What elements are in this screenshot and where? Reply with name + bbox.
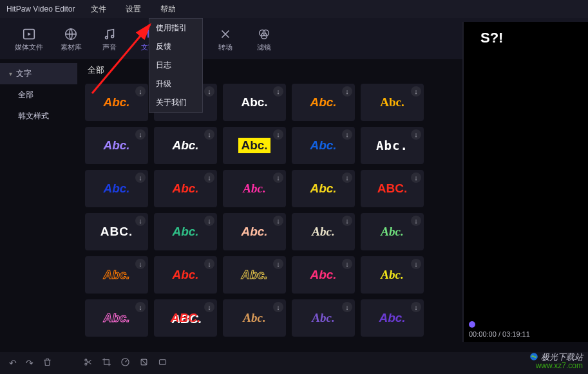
download-icon[interactable]: ↓ bbox=[411, 216, 421, 226]
text-style-tile[interactable]: Abc.↓ bbox=[292, 256, 355, 294]
sidebar-item-text[interactable]: ▾ 文字 bbox=[0, 63, 77, 84]
download-icon[interactable]: ↓ bbox=[273, 216, 283, 226]
text-style-tile[interactable]: ABC.↓ bbox=[85, 213, 148, 250]
tool-media[interactable]: 媒体文件 bbox=[6, 18, 52, 59]
style-preview-text: Abc. bbox=[310, 268, 336, 282]
text-style-tile[interactable]: Abc.↓ bbox=[223, 127, 286, 164]
text-style-tile[interactable]: Abc.↓ bbox=[292, 84, 355, 121]
download-icon[interactable]: ↓ bbox=[135, 216, 146, 226]
redo-icon[interactable]: ↷ bbox=[26, 358, 33, 368]
flip-icon[interactable] bbox=[158, 357, 167, 369]
rotate-icon[interactable] bbox=[139, 357, 149, 369]
title-bar: HitPaw Video Editor 文件 设置 帮助 bbox=[0, 0, 588, 18]
text-style-tile[interactable]: Abc.↓ bbox=[85, 127, 148, 164]
text-style-tile[interactable]: ABC.↓ bbox=[154, 299, 217, 337]
time-total: 03:19:11 bbox=[502, 330, 530, 338]
download-icon[interactable]: ↓ bbox=[204, 259, 214, 269]
menu-settings[interactable]: 设置 bbox=[122, 3, 145, 16]
text-style-tile[interactable]: Abc.↓ bbox=[292, 213, 355, 250]
download-icon[interactable]: ↓ bbox=[273, 129, 283, 140]
crop-icon[interactable] bbox=[102, 357, 111, 369]
download-icon[interactable]: ↓ bbox=[204, 302, 214, 312]
text-style-tile[interactable]: Abc.↓ bbox=[85, 84, 148, 121]
sidebar-item-all[interactable]: 全部 bbox=[0, 84, 77, 106]
text-style-tile[interactable]: Abc.↓ bbox=[361, 299, 424, 337]
menu-help[interactable]: 帮助 bbox=[156, 3, 180, 16]
text-style-tile[interactable]: Abc.↓ bbox=[85, 256, 148, 294]
style-preview-text: Abc. bbox=[243, 182, 265, 196]
tool-library[interactable]: 素材库 bbox=[52, 18, 90, 59]
watermark: 极光下载站 www.xz7.com bbox=[529, 352, 583, 370]
text-style-tile[interactable]: Abc.↓ bbox=[85, 170, 148, 207]
download-icon[interactable]: ↓ bbox=[273, 173, 283, 183]
globe-icon bbox=[64, 26, 78, 42]
sidebar: ▾ 文字 全部 韩文样式 bbox=[0, 59, 77, 342]
download-icon[interactable]: ↓ bbox=[204, 129, 214, 140]
download-icon[interactable]: ↓ bbox=[411, 173, 421, 183]
download-icon[interactable]: ↓ bbox=[204, 216, 214, 226]
menu-file[interactable]: 文件 bbox=[87, 3, 110, 16]
help-item-upgrade[interactable]: 升级 bbox=[149, 75, 202, 93]
download-icon[interactable]: ↓ bbox=[273, 302, 283, 312]
text-style-tile[interactable]: Abc.↓ bbox=[154, 170, 217, 207]
download-icon[interactable]: ↓ bbox=[135, 173, 146, 183]
text-style-tile[interactable]: Abc.↓ bbox=[292, 170, 355, 207]
download-icon[interactable]: ↓ bbox=[204, 173, 214, 183]
tool-transition[interactable]: 转场 bbox=[206, 18, 245, 59]
help-item-guide[interactable]: 使用指引 bbox=[149, 19, 202, 37]
text-style-tile[interactable]: Abc.↓ bbox=[223, 299, 286, 337]
text-style-tile[interactable]: Abc.↓ bbox=[154, 256, 217, 294]
preview-scrubber[interactable] bbox=[469, 323, 583, 326]
download-icon[interactable]: ↓ bbox=[273, 86, 283, 97]
text-style-tile[interactable]: Abc.↓ bbox=[361, 84, 424, 121]
text-style-tile[interactable]: Abc.↓ bbox=[223, 170, 286, 207]
download-icon[interactable]: ↓ bbox=[342, 216, 352, 226]
text-style-tile[interactable]: Abc.↓ bbox=[223, 213, 286, 250]
download-icon[interactable]: ↓ bbox=[204, 86, 214, 97]
download-icon[interactable]: ↓ bbox=[273, 259, 283, 269]
tool-audio[interactable]: 声音 bbox=[90, 18, 129, 59]
text-style-tile[interactable]: Abc.↓ bbox=[223, 84, 286, 121]
text-style-tile[interactable]: Abc.↓ bbox=[361, 213, 424, 250]
download-icon[interactable]: ↓ bbox=[342, 129, 352, 140]
download-icon[interactable]: ↓ bbox=[135, 302, 146, 312]
download-icon[interactable]: ↓ bbox=[411, 259, 421, 269]
download-icon[interactable]: ↓ bbox=[411, 129, 421, 140]
style-preview-text: Abc. bbox=[381, 225, 403, 239]
help-item-feedback[interactable]: 反馈 bbox=[149, 37, 202, 56]
text-style-tile[interactable]: Abc.↓ bbox=[292, 127, 355, 164]
tool-library-label: 素材库 bbox=[61, 42, 82, 52]
text-style-tile[interactable]: Abc.↓ bbox=[154, 127, 217, 164]
download-icon[interactable]: ↓ bbox=[135, 86, 146, 97]
download-icon[interactable]: ↓ bbox=[135, 129, 146, 140]
style-preview-text: Abc. bbox=[241, 95, 267, 109]
undo-icon[interactable]: ↶ bbox=[9, 358, 17, 368]
sidebar-item-label: 文字 bbox=[16, 68, 32, 79]
style-preview-text: Abc. bbox=[381, 268, 403, 282]
download-icon[interactable]: ↓ bbox=[411, 86, 421, 97]
download-icon[interactable]: ↓ bbox=[342, 259, 352, 269]
text-style-tile[interactable]: ABC.↓ bbox=[361, 170, 424, 207]
sidebar-item-label: 全部 bbox=[18, 89, 33, 100]
trash-icon[interactable] bbox=[43, 357, 52, 369]
download-icon[interactable]: ↓ bbox=[411, 302, 421, 312]
cut-icon[interactable] bbox=[83, 357, 93, 369]
style-preview-text: Abc. bbox=[103, 182, 129, 196]
help-item-log[interactable]: 日志 bbox=[149, 56, 202, 75]
download-icon[interactable]: ↓ bbox=[342, 302, 352, 312]
text-style-tile[interactable]: Abc.↓ bbox=[292, 299, 355, 337]
sidebar-item-korean[interactable]: 韩文样式 bbox=[0, 106, 77, 127]
style-preview-text: Abc. bbox=[310, 95, 336, 109]
text-style-tile[interactable]: Abc.↓ bbox=[223, 256, 286, 294]
tool-filter[interactable]: 滤镜 bbox=[245, 18, 283, 59]
speed-icon[interactable] bbox=[120, 357, 130, 369]
text-style-tile[interactable]: Abc.↓ bbox=[85, 299, 148, 337]
text-style-tile[interactable]: Abc.↓ bbox=[154, 213, 217, 250]
text-style-tile[interactable]: Abc.↓ bbox=[361, 256, 424, 294]
download-icon[interactable]: ↓ bbox=[342, 86, 352, 97]
chevron-down-icon: ▾ bbox=[9, 70, 12, 77]
help-item-about[interactable]: 关于我们 bbox=[149, 93, 202, 112]
download-icon[interactable]: ↓ bbox=[135, 259, 146, 269]
text-style-tile[interactable]: Abc.↓ bbox=[361, 127, 424, 164]
download-icon[interactable]: ↓ bbox=[342, 173, 352, 183]
